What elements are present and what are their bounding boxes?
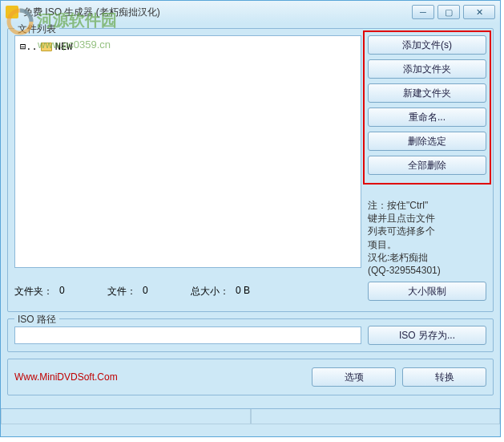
add-files-button[interactable]: 添加文件(s) [368, 35, 486, 55]
statusbar-cell-2 [251, 409, 501, 424]
window-title: 免费 ISO 生成器 (老朽痴拙汉化) [23, 6, 412, 19]
minimize-button[interactable]: ─ [412, 5, 434, 19]
hint-line: (QQ-329554301) [368, 264, 486, 277]
folders-value: 0 [59, 285, 83, 298]
statusbar-cell-1 [1, 409, 251, 424]
iso-path-fieldset: ISO 路径 ISO 另存为... [7, 318, 494, 352]
hint-line: 汉化:老朽痴拙 [368, 251, 486, 264]
files-label: 文件： [107, 285, 136, 298]
add-folder-button[interactable]: 添加文件夹 [368, 59, 486, 79]
hint-text: 注：按住"Ctrl" 键并且点击文件 列表可选择多个 项目。 汉化:老朽痴拙 (… [368, 199, 486, 277]
delete-selected-button[interactable]: 删除选定 [368, 132, 486, 151]
totalsize-label: 总大小： [191, 285, 229, 298]
maximize-button[interactable]: ▢ [437, 5, 460, 19]
titlebar: 免费 ISO 生成器 (老朽痴拙汉化) ─ ▢ ✕ [1, 1, 500, 23]
hint-line: 键并且点击文件 [368, 212, 486, 225]
app-window: 免费 ISO 生成器 (老朽痴拙汉化) ─ ▢ ✕ 河源软件园 www.pc03… [0, 0, 501, 437]
iso-saveas-button[interactable]: ISO 另存为... [368, 326, 486, 345]
vendor-url[interactable]: Www.MiniDVDSoft.Com [14, 371, 305, 383]
app-icon [6, 6, 18, 18]
stats-row: 文件夹： 0 文件： 0 总大小： 0 B [14, 285, 368, 298]
file-list-fieldset: 文件列表 ⊟.. NEW 添加文件(s) 添加文件夹 新建文件夹 重命 [7, 28, 494, 312]
delete-all-button[interactable]: 全部删除 [368, 156, 486, 175]
totalsize-value: 0 B [236, 285, 260, 298]
tree-root-node[interactable]: ⊟.. NEW [18, 39, 357, 54]
hint-line: 注：按住"Ctrl" [368, 199, 486, 212]
file-list-legend: 文件列表 [14, 22, 59, 36]
new-folder-button[interactable]: 新建文件夹 [368, 83, 486, 103]
options-button[interactable]: 选项 [312, 367, 396, 387]
files-value: 0 [143, 285, 167, 298]
iso-path-legend: ISO 路径 [14, 313, 59, 326]
bottom-fieldset: Www.MiniDVDSoft.Com 选项 转换 [7, 359, 494, 395]
tree-expand-icon[interactable]: ⊟.. [20, 41, 38, 52]
statusbar [1, 408, 500, 424]
hint-line: 项目。 [368, 238, 486, 251]
iso-path-input[interactable] [14, 326, 361, 344]
hint-line: 列表可选择多个 [368, 225, 486, 237]
tree-root-label: NEW [55, 41, 73, 52]
folders-label: 文件夹： [14, 285, 53, 298]
convert-button[interactable]: 转换 [402, 367, 486, 387]
window-controls: ─ ▢ ✕ [412, 5, 495, 19]
size-limit-button[interactable]: 大小限制 [368, 282, 486, 301]
rename-button[interactable]: 重命名... [368, 107, 486, 127]
folder-icon [41, 43, 52, 51]
close-button[interactable]: ✕ [463, 5, 495, 19]
file-tree[interactable]: ⊟.. NEW [14, 35, 361, 268]
